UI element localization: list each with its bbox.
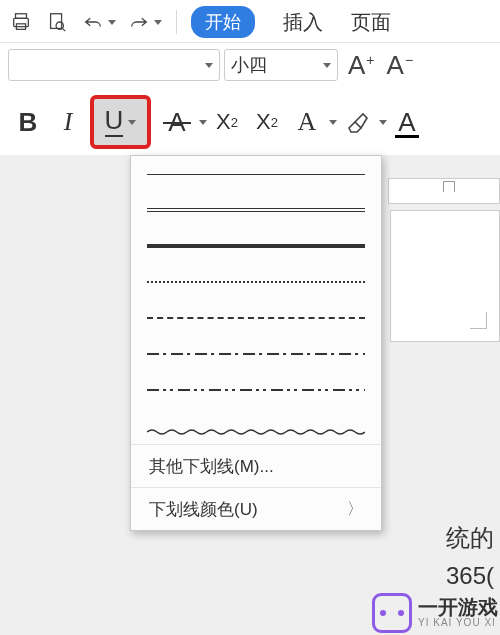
more-underlines-item[interactable]: 其他下划线(M)... bbox=[131, 444, 381, 487]
ruler-fragment bbox=[388, 178, 500, 204]
chevron-down-icon bbox=[329, 120, 337, 125]
underline-style-dashed[interactable] bbox=[131, 300, 381, 336]
chevron-down-icon bbox=[205, 63, 213, 68]
underline-icon: U bbox=[105, 107, 124, 137]
font-color-button[interactable]: A bbox=[387, 102, 427, 142]
grow-font-button[interactable]: A+ bbox=[348, 50, 375, 81]
undo-button[interactable] bbox=[80, 9, 116, 35]
doc-text-fragment: 统的 bbox=[446, 522, 494, 554]
tab-start[interactable]: 开始 bbox=[191, 6, 255, 38]
chevron-down-icon bbox=[108, 20, 116, 25]
chevron-down-icon bbox=[379, 120, 387, 125]
font-size-value: 小四 bbox=[231, 53, 267, 77]
superscript-button[interactable]: X2 bbox=[207, 102, 247, 142]
italic-button[interactable]: I bbox=[48, 102, 88, 142]
watermark-icon bbox=[372, 593, 412, 633]
underline-style-dotted[interactable] bbox=[131, 264, 381, 300]
font-size-select[interactable]: 小四 bbox=[224, 49, 338, 81]
watermark-title: 一开游戏 bbox=[418, 597, 498, 618]
subscript-button[interactable]: X2 bbox=[247, 102, 287, 142]
underline-style-thick[interactable] bbox=[131, 228, 381, 264]
underline-style-wavy[interactable] bbox=[131, 408, 381, 444]
highlight-icon bbox=[345, 110, 369, 134]
highlight-button[interactable] bbox=[337, 102, 377, 142]
font-row: 小四 A+ A− bbox=[0, 42, 500, 87]
doc-text-fragment: 365( bbox=[446, 562, 494, 590]
font-name-select[interactable] bbox=[8, 49, 220, 81]
underline-button[interactable]: U bbox=[90, 95, 151, 149]
redo-button[interactable] bbox=[126, 9, 162, 35]
underline-color-item[interactable]: 下划线颜色(U) 〉 bbox=[131, 487, 381, 530]
underline-style-double[interactable] bbox=[131, 192, 381, 228]
tab-insert[interactable]: 插入 bbox=[283, 9, 323, 36]
watermark-subtitle: YI KAI YOU XI bbox=[418, 618, 498, 629]
bold-button[interactable]: B bbox=[8, 102, 48, 142]
underline-style-dash-dot-dot[interactable] bbox=[131, 372, 381, 408]
page-fragment bbox=[390, 210, 500, 342]
undo-icon bbox=[80, 9, 106, 35]
svg-rect-0 bbox=[16, 14, 27, 19]
separator bbox=[176, 10, 177, 34]
chevron-down-icon bbox=[323, 63, 331, 68]
color-bar bbox=[395, 135, 419, 138]
quick-access-toolbar: 开始 插入 页面 bbox=[0, 0, 500, 42]
chevron-down-icon bbox=[199, 120, 207, 125]
print-icon[interactable] bbox=[8, 9, 34, 35]
underline-style-dash-dot[interactable] bbox=[131, 336, 381, 372]
text-effects-button[interactable]: A bbox=[287, 102, 327, 142]
underline-style-thin[interactable] bbox=[131, 156, 381, 192]
redo-icon bbox=[126, 9, 152, 35]
print-preview-icon[interactable] bbox=[44, 9, 70, 35]
watermark: 一开游戏 YI KAI YOU XI bbox=[372, 593, 498, 633]
underline-style-menu: 其他下划线(M)... 下划线颜色(U) 〉 bbox=[130, 155, 382, 531]
strike-line bbox=[163, 122, 191, 124]
chevron-down-icon bbox=[128, 120, 136, 125]
chevron-down-icon bbox=[154, 20, 162, 25]
shrink-font-button[interactable]: A− bbox=[387, 50, 414, 81]
tab-page[interactable]: 页面 bbox=[351, 9, 391, 36]
strikethrough-button[interactable]: A bbox=[157, 102, 197, 142]
chevron-right-icon: 〉 bbox=[347, 499, 363, 520]
style-row: B I U A X2 X2 A A bbox=[0, 87, 500, 159]
svg-line-5 bbox=[63, 28, 66, 31]
